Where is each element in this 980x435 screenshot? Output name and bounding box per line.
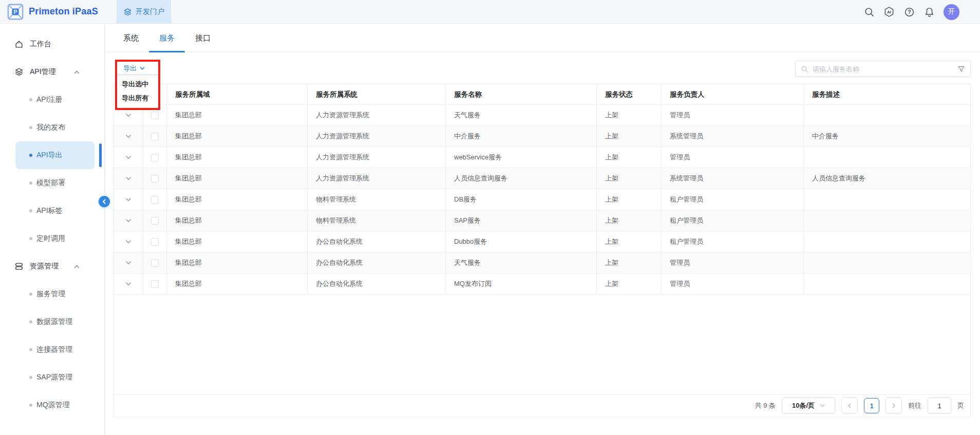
sidebar-item-label: API管理 — [30, 67, 56, 77]
table-cell: 租户管理员 — [662, 210, 804, 231]
sidebar-item[interactable]: 工作台 — [0, 30, 104, 58]
row-checkbox[interactable] — [151, 238, 159, 246]
sidebar-item[interactable]: API导出 — [15, 141, 95, 169]
table-cell — [804, 105, 970, 125]
export-dropdown-menu: 导出选中 导出所有 — [117, 75, 158, 107]
brand-title: Primeton iPaaS — [29, 6, 98, 17]
export-button[interactable]: 导出 — [117, 62, 158, 75]
row-checkbox[interactable] — [151, 175, 159, 183]
table-cell — [804, 231, 970, 252]
search-icon — [801, 65, 808, 73]
table-cell: 管理员 — [662, 147, 804, 168]
sidebar-item[interactable]: API标签 — [15, 197, 95, 225]
sidebar-nav: 工作台API管理API注册我的发布API导出模型部署API标签定时调用资源管理服… — [0, 30, 104, 419]
expand-row-icon[interactable] — [125, 281, 131, 287]
expand-row-icon[interactable] — [125, 260, 131, 266]
expand-row-icon[interactable] — [125, 112, 131, 118]
chevron-up-icon — [74, 69, 92, 75]
sidebar-item[interactable]: API注册 — [15, 86, 95, 114]
sidebar-item[interactable]: 模型部署 — [15, 169, 95, 197]
sidebar-item[interactable]: 服务管理 — [15, 280, 95, 308]
sidebar-item[interactable]: SAP源管理 — [15, 364, 95, 391]
row-checkbox[interactable] — [151, 280, 159, 288]
table-cell: 上架 — [597, 231, 662, 252]
menu-item-export-selected[interactable]: 导出选中 — [117, 77, 158, 91]
menu-item-export-all[interactable]: 导出所有 — [117, 91, 158, 105]
checkbox-cell — [143, 252, 167, 273]
prev-page-button[interactable] — [841, 397, 858, 414]
active-item-indicator — [99, 143, 102, 167]
table-cell: MQ发布订阅 — [446, 274, 597, 294]
tab-interface[interactable]: 接口 — [185, 24, 221, 52]
row-checkbox[interactable] — [151, 196, 159, 204]
row-checkbox[interactable] — [151, 133, 159, 140]
chevron-up-icon — [74, 264, 92, 269]
server-icon — [14, 262, 24, 271]
sidebar-item-label: 定时调用 — [36, 234, 65, 243]
tab-system[interactable]: 系统 — [113, 24, 149, 52]
sidebar-item[interactable]: MQ源管理 — [15, 391, 95, 419]
expand-row-icon[interactable] — [125, 239, 131, 245]
table-cell: 中介服务 — [804, 126, 970, 147]
next-page-button[interactable] — [885, 397, 902, 414]
row-checkbox[interactable] — [151, 154, 159, 161]
filter-funnel-icon[interactable] — [957, 65, 965, 73]
help-icon[interactable]: ? — [903, 6, 915, 17]
table-row: 集团总部物料管理系统SAP服务上架租户管理员 — [114, 210, 970, 231]
sidebar-item[interactable]: API管理 — [0, 58, 104, 86]
sidebar-item-label: 数据源管理 — [36, 317, 72, 327]
search-icon[interactable] — [863, 6, 875, 17]
table-cell: 上架 — [597, 189, 662, 210]
portal-tab[interactable]: 开发门户 — [117, 0, 171, 24]
notification-bell-icon[interactable] — [924, 6, 935, 17]
bullet-icon — [29, 320, 32, 323]
row-checkbox[interactable] — [151, 112, 159, 119]
expand-row-icon[interactable] — [125, 196, 131, 203]
table-cell: 上架 — [597, 252, 662, 273]
table-cell: 上架 — [597, 105, 662, 125]
export-annotation-box: 导出 导出选中 导出所有 — [115, 60, 160, 110]
page-size-select[interactable]: 10条/页 — [782, 397, 835, 414]
bullet-icon — [29, 348, 32, 351]
checkbox-cell — [143, 189, 167, 210]
table-cell: 集团总部 — [167, 147, 308, 168]
goto-page-input[interactable] — [928, 397, 951, 414]
column-header: 服务所属系统 — [308, 84, 446, 104]
table-cell: 人员信息查询服务 — [804, 168, 970, 189]
service-search-input[interactable] — [813, 65, 953, 73]
ai-assistant-icon[interactable]: AI — [883, 6, 895, 17]
sidebar-item[interactable]: 连接器管理 — [15, 336, 95, 364]
expand-row-icon[interactable] — [125, 133, 131, 139]
bullet-icon — [29, 209, 32, 212]
column-header: 服务描述 — [804, 84, 970, 104]
user-avatar[interactable]: 开 — [944, 4, 959, 20]
row-checkbox[interactable] — [151, 217, 159, 225]
sidebar-item-label: API标签 — [36, 206, 63, 215]
sidebar-item[interactable]: 资源管理 — [0, 252, 104, 280]
table-cell: DB服务 — [446, 189, 597, 210]
sidebar-item[interactable]: 数据源管理 — [15, 308, 95, 336]
checkbox-cell — [143, 210, 167, 231]
current-page-button[interactable]: 1 — [864, 398, 879, 413]
sidebar-collapse-button[interactable] — [99, 196, 110, 207]
expand-row-icon[interactable] — [125, 175, 131, 182]
expand-row-icon[interactable] — [125, 154, 131, 160]
row-checkbox[interactable] — [151, 259, 159, 267]
page-size-value: 10条/页 — [792, 401, 815, 410]
bullet-icon — [29, 237, 32, 240]
sidebar-item[interactable]: 定时调用 — [15, 225, 95, 252]
table-cell: 集团总部 — [167, 126, 308, 147]
svg-text:AI: AI — [887, 10, 891, 14]
sidebar-item-label: 模型部署 — [36, 178, 65, 188]
page-unit-label: 页 — [957, 401, 964, 410]
sidebar-item[interactable]: 我的发布 — [15, 114, 95, 141]
table-cell: webService服务 — [446, 147, 597, 168]
tab-service[interactable]: 服务 — [149, 24, 185, 52]
table-cell: 办公自动化系统 — [308, 252, 446, 273]
expand-row-icon[interactable] — [125, 218, 131, 224]
table-cell: 上架 — [597, 168, 662, 189]
column-header: 服务负责人 — [662, 84, 804, 104]
table-cell: 系统管理员 — [662, 126, 804, 147]
column-header: 服务状态 — [597, 84, 662, 104]
sidebar-item-label: API导出 — [36, 151, 63, 160]
